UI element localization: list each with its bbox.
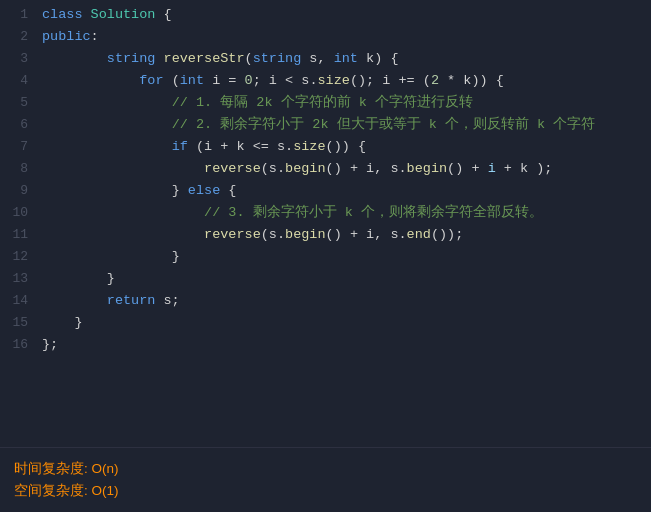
line-number: 10 [0, 202, 38, 224]
token: } [172, 180, 188, 202]
code-line: } [42, 268, 651, 290]
line-number: 16 [0, 334, 38, 356]
token: () + i, s. [326, 224, 407, 246]
token [42, 158, 204, 180]
token [155, 48, 163, 70]
token: i = [204, 70, 245, 92]
time-complexity: 时间复杂度: O(n) [14, 458, 637, 480]
code-line: class Solution { [42, 4, 651, 26]
line-number: 14 [0, 290, 38, 312]
token: ; i < s. [253, 70, 318, 92]
token [42, 312, 74, 334]
token: public [42, 26, 91, 48]
token [42, 180, 172, 202]
token: } [107, 268, 115, 290]
token: { [220, 180, 236, 202]
token: i [488, 158, 496, 180]
code-line: // 3. 剩余字符小于 k 个，则将剩余字符全部反转。 [42, 202, 651, 224]
code-line: } [42, 246, 651, 268]
code-line: return s; [42, 290, 651, 312]
token: () + i, s. [326, 158, 407, 180]
token: begin [285, 224, 326, 246]
token [42, 224, 204, 246]
line-number: 5 [0, 92, 38, 114]
token [42, 48, 107, 70]
token: (s. [261, 224, 285, 246]
token: } [172, 246, 180, 268]
code-line: } else { [42, 180, 651, 202]
token: string [253, 48, 302, 70]
token: // 2. 剩余字符小于 2k 但大于或等于 k 个，则反转前 k 个字符 [172, 114, 596, 136]
token: reverse [204, 158, 261, 180]
code-line: } [42, 312, 651, 334]
line-number: 11 [0, 224, 38, 246]
token: if [172, 136, 188, 158]
token: k) { [358, 48, 399, 70]
token: ( [164, 70, 180, 92]
token: + k ); [496, 158, 553, 180]
token [42, 202, 204, 224]
code-line: // 2. 剩余字符小于 2k 但大于或等于 k 个，则反转前 k 个字符 [42, 114, 651, 136]
code-line: // 1. 每隔 2k 个字符的前 k 个字符进行反转 [42, 92, 651, 114]
token: }; [42, 334, 58, 356]
token: 2 [431, 70, 439, 92]
token: string [107, 48, 156, 70]
token: s; [155, 290, 179, 312]
token: Solution [91, 4, 156, 26]
code-line: string reverseStr(string s, int k) { [42, 48, 651, 70]
token [42, 92, 172, 114]
code-line: reverse(s.begin() + i, s.end()); [42, 224, 651, 246]
token: ()); [431, 224, 463, 246]
token [42, 114, 172, 136]
token: 0 [245, 70, 253, 92]
token: for [139, 70, 163, 92]
code-line: if (i + k <= s.size()) { [42, 136, 651, 158]
token: s, [301, 48, 333, 70]
token: { [155, 4, 171, 26]
line-number: 3 [0, 48, 38, 70]
token: } [74, 312, 82, 334]
line-number: 2 [0, 26, 38, 48]
code-line: }; [42, 334, 651, 356]
line-number: 12 [0, 246, 38, 268]
token [42, 290, 107, 312]
token: reverse [204, 224, 261, 246]
token: return [107, 290, 156, 312]
token: end [407, 224, 431, 246]
line-number: 13 [0, 268, 38, 290]
token: int [334, 48, 358, 70]
token: (); i += ( [350, 70, 431, 92]
line-number: 1 [0, 4, 38, 26]
code-line: public: [42, 26, 651, 48]
token: // 1. 每隔 2k 个字符的前 k 个字符进行反转 [172, 92, 473, 114]
code-line: reverse(s.begin() + i, s.begin() + i + k… [42, 158, 651, 180]
complexity-info: 时间复杂度: O(n) 空间复杂度: O(1) [0, 447, 651, 512]
line-numbers: 12345678910111213141516 [0, 0, 38, 447]
code-line: for (int i = 0; i < s.size(); i += (2 * … [42, 70, 651, 92]
code-editor: 12345678910111213141516 class Solution {… [0, 0, 651, 447]
token: size [317, 70, 349, 92]
token [42, 136, 172, 158]
token [42, 246, 172, 268]
code-content: class Solution {public: string reverseSt… [38, 0, 651, 447]
token: ()) { [326, 136, 367, 158]
token [42, 70, 139, 92]
token: // 3. 剩余字符小于 k 个，则将剩余字符全部反转。 [204, 202, 543, 224]
token: (s. [261, 158, 285, 180]
token: int [180, 70, 204, 92]
token: size [293, 136, 325, 158]
space-complexity: 空间复杂度: O(1) [14, 480, 637, 502]
line-number: 6 [0, 114, 38, 136]
token: class [42, 4, 91, 26]
token: : [91, 26, 99, 48]
token: begin [285, 158, 326, 180]
line-number: 8 [0, 158, 38, 180]
token: (i + k <= s. [188, 136, 293, 158]
token [42, 268, 107, 290]
token: * k)) { [439, 70, 504, 92]
token: ( [245, 48, 253, 70]
line-number: 15 [0, 312, 38, 334]
line-number: 4 [0, 70, 38, 92]
token: () + [447, 158, 488, 180]
token: begin [407, 158, 448, 180]
